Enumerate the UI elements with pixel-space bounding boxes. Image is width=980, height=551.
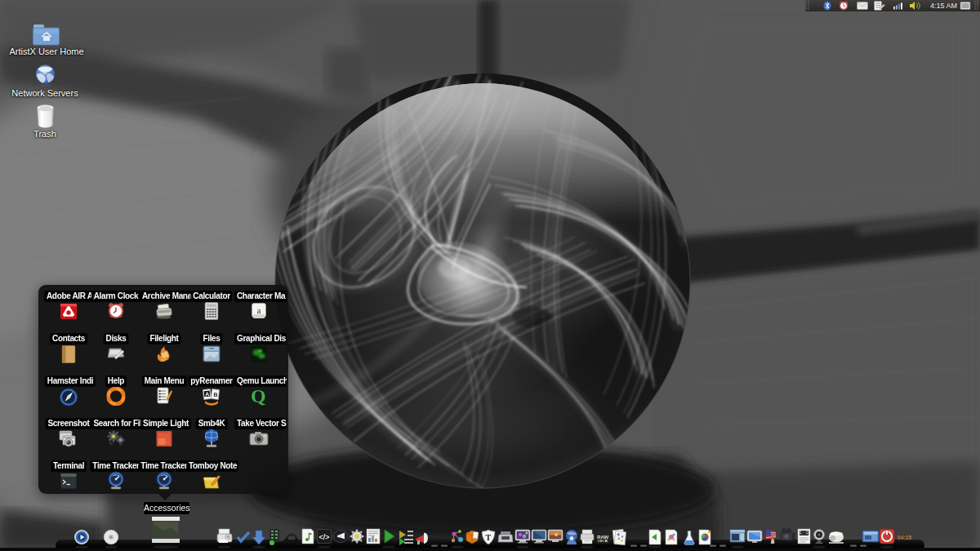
- svg-text:04:15: 04:15: [898, 535, 912, 540]
- svg-text:</>: </>: [319, 533, 330, 541]
- svg-text:B: B: [213, 392, 218, 398]
- svg-text:4:15 AM: 4:15 AM: [930, 2, 957, 10]
- svg-text:Q: Q: [251, 385, 266, 407]
- svg-text:A: A: [205, 391, 210, 397]
- svg-text:a: a: [257, 305, 261, 315]
- svg-text:T: T: [486, 533, 492, 542]
- svg-text:RAW: RAW: [597, 535, 608, 540]
